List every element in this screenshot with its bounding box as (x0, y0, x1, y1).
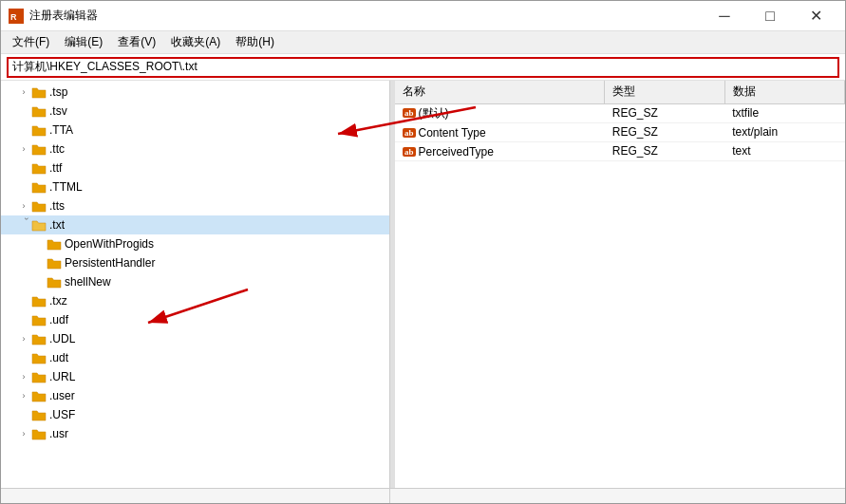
folder-icon-udf (31, 313, 47, 327)
tree-item-tta[interactable]: .TTA (1, 121, 389, 140)
folder-icon-usf (31, 408, 47, 421)
expand-icon-txt: › (16, 217, 31, 233)
tree-label-ttc: .ttc (49, 142, 65, 156)
reg-icon-content-type: ab Content Type (403, 126, 486, 140)
detail-table: 名称 类型 数据 ab (默认) (395, 81, 845, 161)
cell-type-content-type: REG_SZ (605, 122, 724, 141)
reg-icon-default: ab (默认) (403, 105, 449, 121)
detail-panel: 名称 类型 数据 ab (默认) (395, 81, 845, 488)
tree-label-txt: .txt (49, 218, 65, 232)
svg-text:R: R (10, 12, 17, 22)
expand-icon-shellnew (31, 274, 47, 289)
expand-icon-tsv (16, 103, 31, 119)
folder-icon-ttml (31, 180, 47, 194)
expand-icon-udt (16, 350, 31, 365)
menu-bar: 文件(F) 编辑(E) 查看(V) 收藏夹(A) 帮助(H) (1, 31, 845, 54)
cell-type-perceived-type: REG_SZ (605, 141, 724, 160)
tree-label-tta: .TTA (49, 123, 73, 137)
tree-label-udt: .udt (49, 351, 68, 364)
tree-label-ttml: .TTML (49, 180, 83, 194)
panel-divider[interactable] (390, 81, 395, 488)
detail-header-row: 名称 类型 数据 (395, 81, 845, 103)
tree-item-tsv[interactable]: .tsv (1, 102, 389, 121)
detail-row-default[interactable]: ab (默认) REG_SZ txtfile (395, 103, 845, 122)
window-title: 注册表编辑器 (29, 8, 98, 24)
folder-icon-udl (31, 332, 47, 345)
tree-item-openwithprogids[interactable]: OpenWithProgids (1, 234, 389, 253)
bottom-scroll-left[interactable] (1, 489, 390, 503)
tree-item-user[interactable]: › .user (1, 386, 389, 405)
tree-item-ttml[interactable]: .TTML (1, 177, 389, 196)
tree-item-url[interactable]: › .URL (1, 367, 389, 386)
folder-icon-ttf (31, 161, 47, 175)
expand-icon-tts: › (16, 198, 31, 214)
expand-icon-tta (16, 122, 31, 138)
minimize-button[interactable]: ─ (703, 1, 746, 31)
tree-label-tsv: .tsv (49, 104, 67, 118)
menu-file[interactable]: 文件(F) (5, 32, 57, 52)
menu-help[interactable]: 帮助(H) (228, 32, 282, 52)
folder-icon-tts (31, 199, 47, 213)
tree-item-udt[interactable]: .udt (1, 348, 389, 367)
tree-label-user: .user (49, 389, 75, 402)
tree-item-udf[interactable]: .udf (1, 310, 389, 329)
ab-badge-perceived-type: ab (403, 147, 416, 157)
expand-icon-udl: › (16, 331, 31, 346)
cell-data-perceived-type: text (724, 141, 844, 160)
folder-icon-openwithprogids (47, 237, 62, 251)
tree-item-txt[interactable]: › .txt (1, 215, 389, 234)
cell-name-perceived-type: ab PerceivedType (395, 141, 605, 160)
tree-label-tts: .tts (49, 199, 65, 213)
cell-name-content-type: ab Content Type (395, 122, 605, 141)
folder-icon-ttc (31, 142, 47, 156)
maximize-button[interactable]: □ (748, 1, 792, 31)
folder-icon-udt (31, 351, 47, 364)
menu-edit[interactable]: 编辑(E) (57, 32, 110, 52)
tree-item-persistenthandler[interactable]: PersistentHandler (1, 253, 389, 272)
folder-icon-tsp (31, 85, 47, 99)
tree-label-udf: .udf (49, 313, 68, 327)
folder-icon-shellnew (47, 275, 62, 289)
title-bar-left: R 注册表编辑器 (9, 8, 98, 24)
tree-item-ttc[interactable]: › .ttc (1, 140, 389, 159)
folder-icon-persistenthandler (47, 256, 62, 270)
expand-icon-tsp: › (16, 84, 31, 100)
tree-item-tts[interactable]: › .tts (1, 196, 389, 215)
tree-item-udl[interactable]: › .UDL (1, 329, 389, 348)
expand-icon-ttml (16, 179, 31, 195)
tree-item-txz[interactable]: .txz (1, 291, 389, 310)
folder-icon-tsv (31, 104, 47, 118)
reg-icon-perceived-type: ab PerceivedType (403, 145, 494, 159)
tree-item-ttf[interactable]: .ttf (1, 159, 389, 177)
title-bar: R 注册表编辑器 ─ □ ✕ (1, 1, 845, 31)
tree-label-txz: .txz (49, 294, 67, 308)
expand-icon-openwithprogids (31, 236, 47, 252)
tree-item-usr[interactable]: › .usr (1, 424, 389, 443)
tree-item-shellnew[interactable]: shellNew (1, 272, 389, 291)
detail-row-perceived-type[interactable]: ab PerceivedType REG_SZ text (395, 141, 845, 160)
expand-icon-udf (16, 312, 31, 327)
tree-label-usf: .USF (49, 408, 75, 421)
tree-item-usf[interactable]: .USF (1, 405, 389, 424)
expand-icon-ttc: › (16, 141, 31, 157)
expand-icon-ttf (16, 160, 31, 176)
close-button[interactable]: ✕ (794, 1, 837, 31)
regedit-icon: R (9, 9, 24, 24)
cell-data-content-type: text/plain (724, 122, 844, 141)
col-name: 名称 (395, 81, 605, 103)
bottom-scroll (1, 488, 845, 503)
detail-row-content-type[interactable]: ab Content Type REG_SZ text/plain (395, 122, 845, 141)
tree-label-openwithprogids: OpenWithProgids (65, 237, 154, 251)
window-controls: ─ □ ✕ (703, 1, 837, 31)
folder-icon-txz (31, 294, 47, 308)
tree-panel[interactable]: › .tsp .tsv (1, 81, 390, 488)
cell-data-default: txtfile (724, 103, 844, 122)
bottom-scroll-right[interactable] (390, 489, 845, 503)
tree-item-tsp[interactable]: › .tsp (1, 83, 389, 102)
expand-icon-user: › (16, 388, 31, 403)
tree-label-shellnew: shellNew (65, 275, 111, 289)
menu-favorites[interactable]: 收藏夹(A) (163, 32, 228, 52)
address-bar (1, 54, 845, 81)
menu-view[interactable]: 查看(V) (110, 32, 163, 52)
address-input[interactable] (7, 57, 839, 78)
